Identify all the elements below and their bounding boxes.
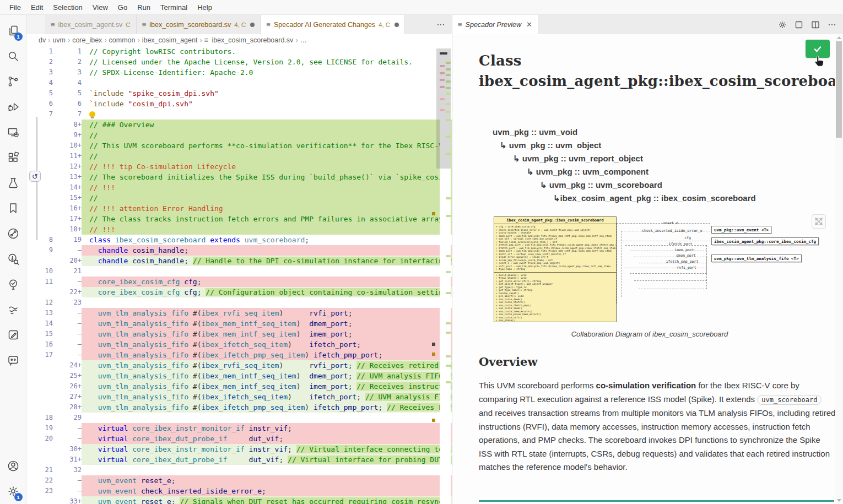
activity-search-button[interactable] [2, 44, 24, 69]
tab-specador-preview[interactable]: ≡Specador Preview✕ [452, 15, 538, 34]
code-token [89, 456, 98, 464]
code-token: #( [193, 382, 202, 391]
code-token: virtual [98, 445, 133, 453]
remote-explorer-icon [7, 126, 20, 139]
layout-square-icon [795, 20, 803, 29]
activity-extensions-button[interactable] [2, 145, 24, 170]
tab-ibex-cosim-agent-sv[interactable]: ≡ibex_cosim_agent.svC [45, 15, 137, 34]
activity-bar: 11 [0, 15, 26, 504]
commit-graph-icon [7, 227, 20, 240]
todo-tree-icon [7, 278, 20, 291]
more-actions-icon[interactable] [436, 20, 445, 29]
activity-explorer-button[interactable]: 1 [2, 18, 24, 44]
overview-ruler-mark [432, 353, 435, 356]
old-line-number [26, 130, 53, 140]
class-title-line1: Class [479, 51, 834, 71]
tab-specador-ai-generated-changes[interactable]: ≡Specador AI Generated Changes4, C [261, 15, 405, 34]
minimap-mark [440, 72, 445, 74]
settings-gear-button[interactable]: 1 [2, 479, 24, 504]
activity-notes-pencil-button[interactable] [2, 322, 24, 348]
lightbulb-icon[interactable] [89, 111, 95, 117]
code-token [89, 319, 98, 328]
tab-ibex-cosim-scoreboard-sv[interactable]: ≡ibex_cosim_scoreboard.sv4, C [137, 15, 261, 34]
old-line-number: 1 [26, 46, 53, 57]
breadcrumb-item[interactable]: core_ibex [72, 36, 102, 44]
breadcrumb-item[interactable]: ibex_cosim_agent [142, 36, 198, 44]
code-token: ibex_ifetch_pmp_seq_item [202, 403, 305, 411]
gear-icon[interactable] [778, 20, 787, 29]
activity-commit-graph-button[interactable] [2, 221, 24, 246]
revert-change-button[interactable]: ↺ [29, 171, 41, 182]
code-token [89, 340, 98, 349]
code-row: 30+ virtual core_ibex_instr_monitor_if i… [26, 444, 452, 454]
activity-bookmark-button[interactable] [2, 196, 24, 221]
code-row: 33// SPDX-License-Identifier: Apache-2.0 [26, 67, 452, 78]
code-row: 13+// The scoreboard initializes the Spi… [26, 172, 452, 182]
scrollbar-thumb[interactable] [836, 41, 842, 138]
code-token: // Copyright lowRISC contributors. [89, 47, 236, 56]
code-token: ; [305, 236, 309, 244]
overview-paragraph: This UVM scoreboard performs co-simulati… [479, 379, 836, 474]
search-icon [7, 50, 20, 63]
breadcrumb[interactable]: dv›uvm›core_ibex›common›ibex_cosim_agent… [26, 34, 452, 46]
code-token: // Licensed under the Apache License, Ve… [89, 58, 413, 66]
old-line-number [26, 371, 53, 381]
activity-repo-search-button[interactable] [2, 246, 24, 272]
old-line-number: 23 [26, 486, 53, 496]
code-token: uvm_event [98, 497, 141, 504]
close-icon[interactable]: ✕ [526, 20, 532, 29]
activity-remote-explorer-button[interactable] [2, 120, 24, 145]
new-line-number: 4 [53, 78, 82, 88]
menu-view[interactable]: View [88, 2, 113, 13]
code-token [89, 476, 98, 485]
activity-waves-button[interactable] [2, 297, 24, 322]
menu-go[interactable]: Go [113, 2, 132, 13]
menu-help[interactable]: Help [192, 2, 217, 13]
code-token [89, 309, 98, 317]
activity-run-debug-button[interactable] [2, 94, 24, 120]
activity-test-beaker-button[interactable] [2, 170, 24, 196]
scroll-down-arrow[interactable] [837, 499, 841, 502]
layout-square-icon[interactable] [795, 20, 803, 29]
more-actions-icon[interactable] [828, 20, 836, 29]
split-editor-icon[interactable] [811, 20, 820, 29]
new-line-number: – [53, 318, 82, 329]
breadcrumb-item[interactable]: dv [39, 36, 46, 44]
code-token: uvm_tlm_analysis_fifo [98, 372, 193, 380]
breadcrumb-item[interactable]: … [300, 36, 307, 44]
activity-ai-chat-button[interactable] [2, 348, 24, 373]
breadcrumb-separator: › [295, 36, 298, 44]
menu-run[interactable]: Run [132, 2, 155, 13]
code-token: "spike_cosim_dpi.svh" [128, 89, 218, 97]
menu-terminal[interactable]: Terminal [155, 2, 192, 13]
diff-editor[interactable]: 11// Copyright lowRISC contributors.22//… [26, 46, 452, 504]
code-row: 16+// !!! attention Error Handling [26, 203, 452, 214]
minimap[interactable] [440, 46, 451, 504]
menu-file[interactable]: File [4, 2, 26, 13]
bookmark-icon [7, 202, 20, 215]
run-debug-icon [7, 100, 20, 113]
connector-label: reset_e [663, 221, 678, 225]
diagram-expand-icon[interactable] [812, 214, 826, 229]
code-row: 11+// [26, 151, 452, 161]
breadcrumb-item[interactable]: uvm [52, 36, 66, 44]
code-token: instr_vif [249, 424, 288, 432]
breadcrumb-item[interactable]: common [109, 36, 136, 44]
code-row: 23– uvm_event check_inserted_iside_error… [26, 486, 452, 496]
connector-label: imem_port [674, 248, 694, 252]
new-line-number: – [53, 423, 82, 433]
activity-todo-tree-button[interactable] [2, 272, 24, 297]
preview-panel: ≡Specador Preview✕ Class ibex_cosim_agen… [452, 15, 843, 504]
menu-edit[interactable]: Edit [26, 2, 48, 13]
menu-selection[interactable]: Selection [48, 2, 87, 13]
activity-source-control-button[interactable] [2, 69, 24, 94]
code-token: reset_e [141, 497, 171, 504]
scroll-up-arrow[interactable] [837, 36, 841, 39]
gear-icon [778, 20, 787, 29]
account-button[interactable] [2, 453, 24, 479]
breadcrumb-item[interactable]: ≡ ibex_cosim_scoreboard.sv [204, 36, 294, 44]
code-token: cosim_handle [132, 257, 184, 265]
preview-scrollbar[interactable] [835, 34, 843, 504]
code-token: // !!! [89, 225, 115, 234]
code-token: // !!! tip Co-simulation Lifecycle [89, 162, 236, 171]
